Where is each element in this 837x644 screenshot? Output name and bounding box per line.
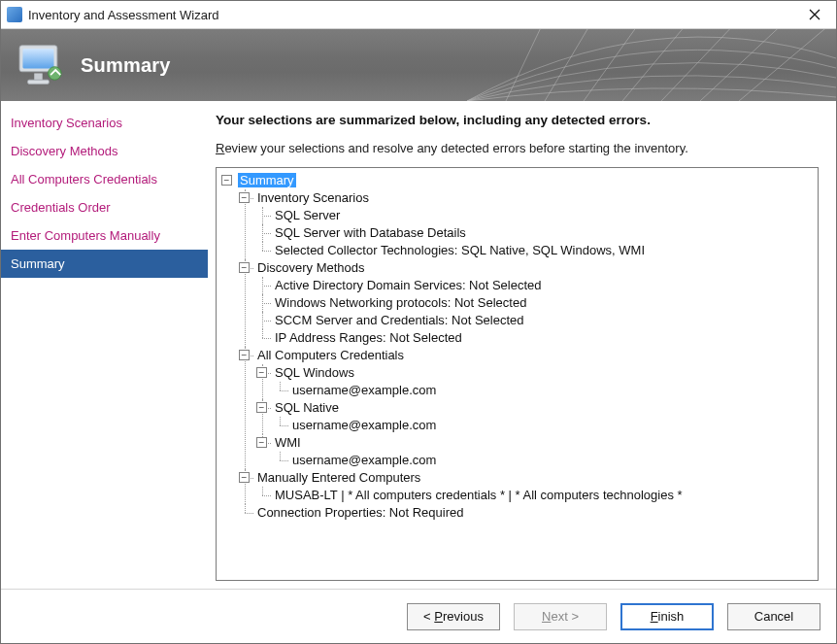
app-icon [7,7,22,22]
expander-icon[interactable] [256,402,267,413]
btn-label: Cancel [754,609,793,624]
close-icon [809,9,820,20]
subheading-rest: eview your selections and resolve any de… [224,141,687,155]
tree-root-label[interactable]: Summary [238,173,296,187]
banner-mesh-decoration [467,29,836,101]
svg-rect-5 [28,80,50,84]
tree-leaf: SCCM Server and Credentials: Not Selecte… [255,312,814,329]
cancel-button[interactable]: Cancel [727,603,820,630]
tree-node-cred-sql-native: SQL Native username@example.com [255,399,814,434]
tree-label[interactable]: username@example.com [290,383,438,397]
tree-leaf: SQL Server with Database Details [255,224,814,242]
btn-rest: inish [658,609,685,624]
wizard-body: Inventory Scenarios Discovery Methods Al… [1,101,836,589]
btn-rest: revious [443,609,484,624]
banner-title: Summary [81,54,171,77]
btn-rest: ext > [551,609,579,624]
svg-rect-3 [22,49,53,68]
banner: Summary [1,29,836,101]
tree-label[interactable]: SQL Server with Database Details [273,225,468,240]
expander-icon[interactable] [256,437,267,448]
tree-node-manual-computers: Manually Entered Computers MUSAB-LT | * … [238,469,814,504]
tree-label[interactable]: IP Address Ranges: Not Selected [273,330,464,345]
tree-leaf: MUSAB-LT | * All computers credentials *… [255,487,814,504]
tree-label[interactable]: SCCM Server and Credentials: Not Selecte… [273,313,526,327]
titlebar: Inventory and Assessment Wizard [1,1,836,29]
expander-icon[interactable] [239,472,250,483]
tree-leaf: username@example.com [273,382,814,399]
sidebar-item-enter-computers-manually[interactable]: Enter Computers Manually [1,221,208,250]
tree-label[interactable]: Inventory Scenarios [255,190,371,205]
svg-rect-4 [34,73,42,80]
expander-icon[interactable] [239,262,250,273]
tree-leaf-connection-properties: Connection Properties: Not Required [238,504,814,522]
expander-icon[interactable] [239,192,250,203]
tree-label[interactable]: username@example.com [290,453,438,467]
sidebar-item-discovery-methods[interactable]: Discovery Methods [1,137,208,165]
page-subheading: Review your selections and resolve any d… [216,141,819,155]
tree-leaf: Windows Networking protocols: Not Select… [255,294,814,312]
expander-icon[interactable] [221,175,232,186]
tree-node-all-computers-credentials: All Computers Credentials SQL Windows us… [238,347,814,469]
tree-node-cred-sql-windows: SQL Windows username@example.com [255,364,814,399]
tree-label[interactable]: Discovery Methods [255,260,367,275]
next-button: Next > [514,603,607,630]
previous-button[interactable]: < Previous [407,603,500,630]
sidebar-item-credentials-order[interactable]: Credentials Order [1,193,208,221]
expander-icon[interactable] [256,367,267,378]
wizard-content: Your selections are summarized below, in… [208,101,836,589]
monitor-icon [15,41,67,89]
tree-label[interactable]: Active Directory Domain Services: Not Se… [273,278,544,292]
tree-label[interactable]: Connection Properties: Not Required [255,505,465,520]
tree-root: Summary Inventory Scenarios SQL Server S… [220,172,814,522]
subheading-accel: R [216,141,224,155]
tree-leaf: username@example.com [273,452,814,469]
tree-label[interactable]: SQL Server [273,208,342,222]
tree-node-inventory-scenarios: Inventory Scenarios SQL Server SQL Serve… [238,189,814,259]
tree-label[interactable]: MUSAB-LT | * All computers credentials *… [273,488,685,502]
sidebar-item-summary[interactable]: Summary [1,250,208,278]
btn-accel: F [651,609,658,624]
tree-label[interactable]: Manually Entered Computers [255,470,422,485]
expander-icon[interactable] [239,350,250,360]
sidebar-item-all-computers-credentials[interactable]: All Computers Credentials [1,165,208,193]
page-heading: Your selections are summarized below, in… [216,113,819,127]
tree-label[interactable]: username@example.com [290,418,438,432]
sidebar-item-inventory-scenarios[interactable]: Inventory Scenarios [1,109,208,137]
wizard-sidebar: Inventory Scenarios Discovery Methods Al… [1,101,208,589]
wizard-footer: < Previous Next > Finish Cancel [1,589,836,643]
tree-label[interactable]: SQL Native [273,400,341,415]
tree-leaf: Selected Collector Technologies: SQL Nat… [255,242,814,259]
window-title: Inventory and Assessment Wizard [28,8,219,22]
summary-tree: Summary Inventory Scenarios SQL Server S… [220,172,814,522]
summary-tree-panel[interactable]: Summary Inventory Scenarios SQL Server S… [216,167,819,581]
btn-accel: P [434,609,443,624]
tree-node-cred-wmi: WMI username@example.com [255,434,814,469]
tree-label[interactable]: All Computers Credentials [255,348,406,362]
wizard-window: Inventory and Assessment Wizard [0,0,837,644]
tree-leaf: Active Directory Domain Services: Not Se… [255,277,814,294]
banner-icon-wrap [1,41,81,89]
tree-leaf: username@example.com [273,417,814,434]
tree-label[interactable]: SQL Windows [273,365,356,380]
finish-button[interactable]: Finish [620,603,714,630]
tree-leaf: IP Address Ranges: Not Selected [255,329,814,347]
tree-label[interactable]: WMI [273,435,303,450]
titlebar-left: Inventory and Assessment Wizard [7,7,219,22]
btn-accel: N [542,609,551,624]
tree-label[interactable]: Selected Collector Technologies: SQL Nat… [273,243,647,257]
tree-leaf: SQL Server [255,207,814,224]
btn-prefix: < [423,609,434,624]
close-button[interactable] [793,1,836,28]
tree-label[interactable]: Windows Networking protocols: Not Select… [273,295,528,310]
tree-node-discovery-methods: Discovery Methods Active Directory Domai… [238,259,814,347]
